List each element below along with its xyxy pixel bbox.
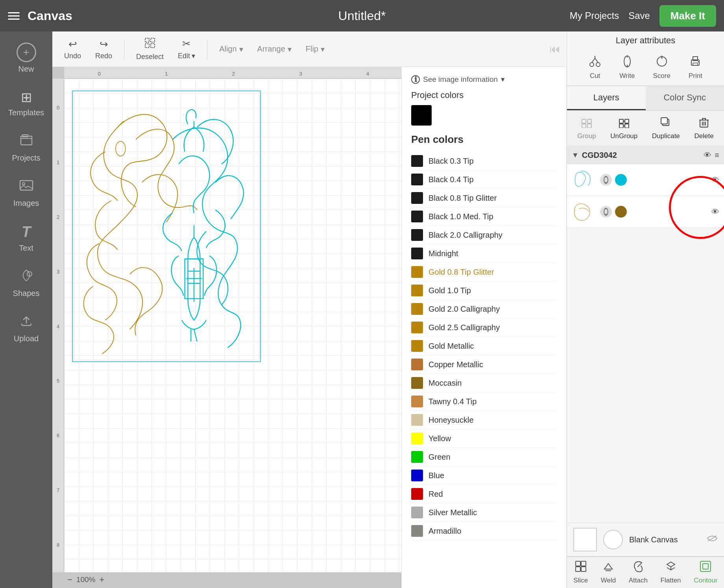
zoom-minus-icon[interactable]: − bbox=[67, 575, 72, 585]
pen-color-item-17[interactable]: Blue bbox=[411, 466, 557, 485]
align-button[interactable]: Align ▾ bbox=[214, 42, 248, 56]
deselect-button[interactable]: Deselect bbox=[131, 35, 169, 63]
score-button[interactable]: Score bbox=[650, 54, 673, 81]
svg-line-13 bbox=[592, 58, 595, 63]
flip-button[interactable]: Flip ▾ bbox=[300, 42, 330, 56]
pen-color-item-18[interactable]: Red bbox=[411, 485, 557, 503]
menu-icon[interactable] bbox=[8, 12, 20, 20]
project-color-swatch-black[interactable] bbox=[411, 105, 432, 126]
flatten-button[interactable]: Flatten bbox=[654, 559, 687, 586]
layer-attributes-title: Layer attributes bbox=[567, 31, 724, 50]
ungroup-button[interactable]: UnGroup bbox=[606, 115, 642, 142]
save-button[interactable]: Save bbox=[628, 10, 650, 21]
my-projects-button[interactable]: My Projects bbox=[570, 10, 619, 21]
layer-group-eye-icon[interactable]: 👁 bbox=[704, 151, 711, 160]
duplicate-button[interactable]: Duplicate bbox=[647, 115, 685, 142]
pen-color-item-16[interactable]: Green bbox=[411, 448, 557, 466]
ungroup-icon bbox=[619, 117, 630, 131]
pen-color-item-2[interactable]: Black 0.8 Tip Glitter bbox=[411, 189, 557, 207]
pen-color-item-13[interactable]: Tawny 0.4 Tip bbox=[411, 392, 557, 411]
tab-color-sync[interactable]: Color Sync bbox=[646, 86, 724, 110]
toolbar: ↩ Undo ↪ Redo Deselect bbox=[52, 31, 567, 67]
ruler-mark-v-8: 8 bbox=[57, 518, 59, 572]
redo-icon: ↪ bbox=[100, 38, 108, 50]
pen-color-item-10[interactable]: Gold Metallic bbox=[411, 337, 557, 355]
slice-button[interactable]: Slice bbox=[567, 559, 594, 586]
layer-items-container: 👁 👁 bbox=[567, 164, 724, 228]
write-button[interactable]: Write bbox=[616, 54, 638, 81]
zoom-plus-icon[interactable]: + bbox=[99, 575, 104, 585]
layer-group-arrow-icon[interactable]: ▼ bbox=[572, 151, 579, 159]
layer-group-menu-icon[interactable]: ≡ bbox=[715, 151, 719, 160]
edit-button[interactable]: ✂ Edit ▾ bbox=[172, 35, 201, 63]
pen-color-item-3[interactable]: Black 1.0 Med. Tip bbox=[411, 207, 557, 226]
pen-color-item-20[interactable]: Armadillo bbox=[411, 522, 557, 540]
sidebar-item-upload[interactable]: Upload bbox=[0, 307, 52, 350]
sidebar-item-new[interactable]: + New bbox=[0, 35, 52, 81]
arrange-chevron-icon: ▾ bbox=[288, 44, 292, 54]
svg-rect-28 bbox=[582, 124, 586, 128]
pen-color-item-6[interactable]: Gold 0.8 Tip Glitter bbox=[411, 263, 557, 281]
sidebar-item-text[interactable]: T Text bbox=[0, 216, 52, 260]
layer-item-1[interactable]: 👁 bbox=[567, 164, 724, 196]
pen-color-item-1[interactable]: Black 0.4 Tip bbox=[411, 170, 557, 189]
tab-layers[interactable]: Layers bbox=[567, 86, 646, 110]
blank-canvas-eye-icon[interactable] bbox=[707, 534, 718, 545]
pen-color-name-4: Black 2.0 Calligraphy bbox=[428, 231, 502, 240]
pen-color-swatch-1 bbox=[411, 174, 423, 185]
layer-1-eye-icon[interactable]: 👁 bbox=[711, 176, 719, 185]
pen-color-item-5[interactable]: Midnight bbox=[411, 244, 557, 263]
slice-label: Slice bbox=[573, 577, 588, 584]
cut-button[interactable]: Cut bbox=[585, 54, 604, 81]
svg-rect-57 bbox=[700, 561, 711, 571]
sidebar-item-images[interactable]: Images bbox=[0, 171, 52, 215]
pen-color-item-14[interactable]: Honeysuckle bbox=[411, 411, 557, 429]
pen-color-item-19[interactable]: Silver Metallic bbox=[411, 503, 557, 522]
blank-canvas-circle bbox=[603, 530, 623, 549]
layer-2-color-dot[interactable] bbox=[615, 206, 627, 218]
see-image-info[interactable]: ℹ See image information ▾ bbox=[411, 75, 557, 84]
svg-rect-58 bbox=[703, 564, 708, 569]
pen-color-item-11[interactable]: Copper Metallic bbox=[411, 355, 557, 374]
layer-1-color-dot[interactable] bbox=[615, 174, 627, 186]
pen-color-name-9: Gold 2.5 Calligraphy bbox=[428, 323, 500, 332]
contour-button[interactable]: Contour bbox=[687, 559, 724, 586]
svg-rect-6 bbox=[151, 38, 155, 42]
delete-button[interactable]: Delete bbox=[690, 115, 718, 142]
print-button[interactable]: Print bbox=[685, 54, 706, 81]
pen-color-swatch-19 bbox=[411, 507, 423, 518]
media-prev-icon[interactable]: ⏮ bbox=[549, 43, 560, 55]
weld-button[interactable]: Weld bbox=[595, 559, 622, 586]
pen-color-swatch-11 bbox=[411, 359, 423, 370]
pen-color-item-7[interactable]: Gold 1.0 Tip bbox=[411, 281, 557, 300]
pen-color-item-4[interactable]: Black 2.0 Calligraphy bbox=[411, 226, 557, 244]
pen-color-item-8[interactable]: Gold 2.0 Calligraphy bbox=[411, 300, 557, 318]
make-it-button[interactable]: Make It bbox=[659, 5, 716, 27]
pen-color-swatch-2 bbox=[411, 192, 423, 204]
arrange-button[interactable]: Arrange ▾ bbox=[252, 42, 297, 56]
pen-color-item-12[interactable]: Moccasin bbox=[411, 374, 557, 392]
pen-color-name-17: Blue bbox=[428, 471, 444, 480]
layer-2-thumbnail bbox=[572, 200, 595, 224]
layer-2-eye-icon[interactable]: 👁 bbox=[711, 207, 719, 216]
pen-colors-title: Pen colors bbox=[411, 133, 557, 146]
svg-rect-31 bbox=[625, 119, 629, 123]
weld-icon bbox=[602, 560, 614, 575]
delete-label: Delete bbox=[694, 132, 714, 140]
group-button[interactable]: Group bbox=[573, 115, 600, 142]
sidebar-item-templates[interactable]: ⊞ Templates bbox=[0, 82, 52, 124]
sidebar-item-projects[interactable]: Projects bbox=[0, 126, 52, 170]
pen-color-name-13: Tawny 0.4 Tip bbox=[428, 397, 477, 406]
group-label: Group bbox=[577, 132, 596, 140]
undo-button[interactable]: ↩ Undo bbox=[59, 36, 87, 63]
pen-color-item-15[interactable]: Yellow bbox=[411, 429, 557, 448]
redo-button[interactable]: ↪ Redo bbox=[90, 36, 118, 63]
pen-color-item-0[interactable]: Black 0.3 Tip bbox=[411, 152, 557, 170]
attach-button[interactable]: Attach bbox=[622, 559, 654, 586]
pen-color-item-9[interactable]: Gold 2.5 Calligraphy bbox=[411, 318, 557, 337]
attach-label: Attach bbox=[629, 577, 648, 584]
layer-item-2[interactable]: 👁 bbox=[567, 196, 724, 228]
canvas-grid[interactable] bbox=[64, 79, 401, 572]
pen-color-name-5: Midnight bbox=[428, 249, 458, 258]
sidebar-item-shapes[interactable]: Shapes bbox=[0, 261, 52, 305]
